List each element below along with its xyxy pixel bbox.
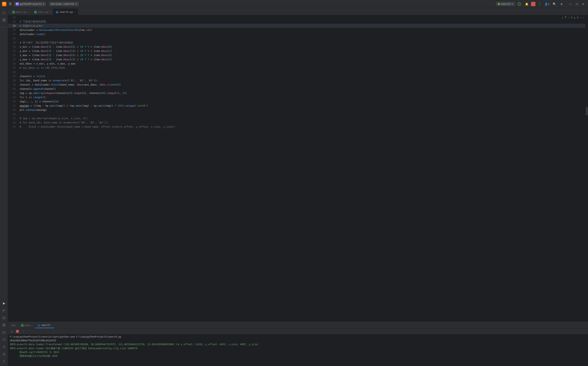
code-line-32: x_max = (item.bbox[2] - item.bbox[0]) / … [18,53,585,57]
gutter-line-39: 39 [8,83,18,87]
line-gutter: 23 24 25 26 27 28 29 30 31 32 33 34 35 3… [8,15,18,322]
code-line-46 [18,112,585,116]
code-line-33: y_max = (item.bbox[3] - item.bbox[1]) / … [18,57,585,61]
tab-label-search: search.py [60,11,73,13]
code-line-47: # img = np.ndarray(shape=(y_size, x_size… [18,116,585,120]
panel-tab-main[interactable]: py main ✕ [19,322,35,328]
sidebar-item-more[interactable]: ··· [1,24,7,30]
code-line-25: # 构建DataLoader [18,24,585,28]
sidebar-item-warnings[interactable] [1,351,7,357]
sidebar-item-settings-bottom[interactable] [1,343,7,350]
stop-button[interactable] [15,329,20,334]
gutter-line-27: 27 [8,32,18,36]
output-line-indent1: 取math.sqrt(1048576) 为 1024 [10,350,586,354]
svg-point-9 [4,310,5,311]
app-icon: PP [2,2,6,6]
gutter-line-44: 44 [8,104,18,108]
editor-scrollbar[interactable] [585,15,588,322]
tab-icon-test: py [34,11,37,13]
project-selector[interactable]: PP pythonProject1 ▾ [14,2,46,6]
window-controls: — ❐ ✕ [568,1,586,7]
gutter-line-30: 30 [8,45,18,49]
panel-tab-search[interactable]: py search ✕ [36,322,54,328]
sidebar-item-structure[interactable] [1,17,7,23]
main-layout: ··· [0,8,588,366]
gutter-line-31: 31 [8,49,18,53]
panel-tab-icon-search: py [38,324,40,327]
tab-close-test[interactable]: ✕ [49,11,51,13]
sidebar-item-search-bottom[interactable] [1,336,7,343]
gutter-line-36: 36 [8,70,18,74]
code-line-37: channels = list() [18,74,585,78]
scroll-up-icon[interactable]: ▲ [574,16,575,19]
search-icon[interactable]: 🔍 [551,1,557,7]
gutter-line-32: 32 [8,53,18,57]
panel-tab-close-main[interactable]: ✕ [32,324,33,326]
project-name-label: pythonProject1 [20,2,42,5]
version-control-button[interactable]: Version control ▾ [49,2,79,6]
gutter-line-37: 37 [8,74,18,78]
svg-rect-12 [3,325,4,326]
svg-text:py: py [38,325,40,326]
sidebar-item-upload[interactable] [1,358,7,364]
svg-marker-6 [3,302,5,305]
tab-test[interactable]: py test.py ✕ [32,9,53,15]
sidebar-item-folder[interactable] [1,10,7,16]
search-button[interactable]: search ▾ [496,2,515,6]
panel-more-button[interactable]: ⋮ [21,329,25,334]
gutter-line-26: 26 [8,28,18,32]
code-line-45: plt.imshow(newimg) [18,108,585,112]
svg-point-19 [3,346,4,347]
warning-count: ⚠ 7 [562,16,566,19]
hamburger-menu[interactable]: ☰ [8,1,12,7]
gutter-line-29: 29 [8,40,18,45]
code-editor[interactable]: # 下面进行数据的获取 # 构建DataLoader dataloader = … [18,15,585,322]
gutter-line-46: 46 [8,112,18,116]
record-button[interactable] [531,2,535,6]
svg-point-8 [3,311,4,312]
code-line-28 [18,36,585,40]
code-line-23 [18,15,585,19]
scrollbar-thumb[interactable] [586,107,588,115]
notifications-icon[interactable]: 🔔 [524,1,529,7]
svg-point-17 [3,338,5,340]
output-line-path: F:\ssq\pythonProject1\venv\Scripts\pytho… [10,335,586,339]
panel-tab-close-search[interactable]: ✕ [51,324,52,326]
code-line-24: # 下面进行数据的获取 [18,19,585,24]
sidebar-item-layers[interactable] [1,315,7,321]
gutter-line-43: 43 [8,99,18,104]
sidebar-item-plugins[interactable] [1,322,7,328]
sidebar-item-git[interactable] [1,307,7,314]
svg-rect-5 [4,20,5,22]
close-button[interactable]: ✕ [580,1,586,7]
svg-text:py: py [56,11,58,13]
output-line-info2: INFO:aiearth.data.loader:切片像素个数 21003233… [10,347,586,350]
settings-icon[interactable]: ⚙ [559,1,564,7]
tab-close-main[interactable]: ✕ [28,11,29,13]
add-user-icon[interactable]: 👤+ [544,1,550,7]
panel-output: F:\ssq\pythonProject1\venv\Scripts\pytho… [8,334,588,366]
more-options-icon[interactable]: ⋮ [537,1,543,7]
sidebar-item-run[interactable] [1,300,7,307]
copilot-icon[interactable]: G [516,1,522,7]
minimap-indicator-2: ≡ [583,16,584,19]
minimize-button[interactable]: — [568,1,573,7]
tab-close-search[interactable]: ✕ [74,11,75,13]
sidebar-icons: ··· [0,8,8,366]
tabs-more-button[interactable]: ⋮ [582,10,586,13]
sidebar-item-terminal[interactable] [1,329,7,336]
svg-point-21 [4,355,4,355]
code-line-42: for i in range(3): [18,95,585,99]
code-line-48: # for band_idx, band_name in enumerate((… [18,120,585,125]
restart-button[interactable]: ↺ [10,329,14,334]
gutter-line-42: 42 [8,95,18,99]
ok-count: ✓ 2 [568,16,572,19]
tab-label-test: test.py [38,11,48,13]
scroll-down-icon[interactable]: ▼ [577,16,578,19]
run-text: Run [12,324,16,327]
tab-search[interactable]: py search.py ✕ [53,9,78,15]
tab-main[interactable]: py main.py ✕ [10,9,32,15]
maximize-button[interactable]: ❐ [574,1,580,7]
editor-panel-split: 23 24 25 26 27 28 29 30 31 32 33 34 35 3… [8,15,588,366]
content-area: py main.py ✕ py test.py ✕ py search.py ✕… [8,8,588,366]
